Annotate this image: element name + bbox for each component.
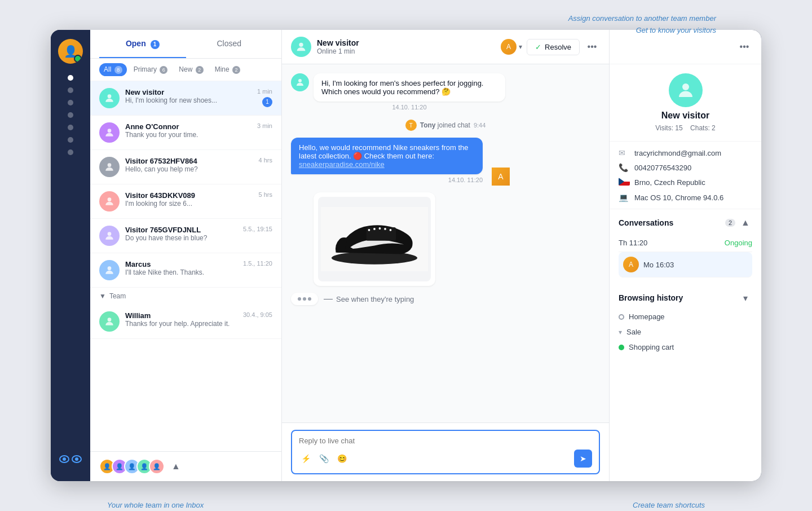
team-avatars: 👤 👤 👤 👤 👤	[99, 459, 165, 474]
visitor-avatar	[669, 73, 703, 107]
filter-new[interactable]: New 2	[174, 63, 208, 76]
check-icon: ✓	[535, 43, 541, 51]
conv-avatar	[99, 122, 120, 143]
agent-message-time: 14.10. 11:20	[291, 177, 483, 183]
filter-mine[interactable]: Mine 2	[210, 63, 245, 76]
message-time: 14.10. 11:20	[314, 104, 505, 111]
conv-info: William Thanks for your help. Appreciate…	[125, 311, 237, 328]
chevron-icon: ▾	[619, 328, 622, 336]
attachment-button[interactable]: 📎	[317, 452, 330, 465]
chevron-down-icon: ▾	[519, 43, 522, 51]
panel-tabs: Open 1 Closed	[90, 30, 281, 59]
svg-point-8	[298, 79, 302, 82]
chat-user-info: New visitor Online 1 min	[317, 38, 495, 55]
conv-item-visitor5[interactable]: Visitor 765GVFDJNLL Do you have these in…	[90, 219, 281, 253]
filter-primary[interactable]: Primary 6	[129, 63, 173, 76]
conversations-section-header: Conversations 2 ▲	[610, 209, 761, 234]
conversation-entry-1[interactable]: Th 11:20 Ongoing	[619, 234, 752, 252]
conv-entry-avatar: A	[623, 257, 639, 272]
conv-avatar	[99, 226, 120, 246]
annotation-top-right: Assign conversation to another team memb…	[568, 13, 716, 37]
conv-meta: 1 min 1	[257, 88, 272, 107]
chevron-down-icon: ▼	[99, 292, 106, 300]
typing-dots	[291, 293, 318, 305]
svg-point-6	[108, 318, 112, 321]
conversations-collapse-button[interactable]: ▲	[739, 216, 752, 230]
conv-avatar	[99, 260, 120, 280]
join-notification: T Tony joined chat 9:44	[291, 120, 600, 131]
unread-badge: 1	[262, 97, 272, 107]
conv-info: Visitor 643DKKV089 I'm looking for size …	[125, 191, 253, 208]
conv-info: Visitor 765GVFDJNLL Do you have these in…	[125, 226, 237, 242]
svg-rect-11	[367, 227, 396, 241]
product-image	[314, 192, 435, 286]
conv-item-marcus[interactable]: Marcus I'll take Nike then. Thanks. 1.5.…	[90, 253, 281, 288]
visitor-details: ✉ tracyrichmond@gmail.com 📞 004207765432…	[610, 142, 761, 209]
agent-bubble: Hello, we would recommend Nike sneakers …	[291, 138, 483, 174]
sidebar-dot-1[interactable]	[68, 75, 73, 81]
conv-info: New visitor Hi, I'm looking for new shoe…	[125, 88, 251, 104]
conversation-entry-2[interactable]: A Mo 16:03	[619, 252, 752, 277]
tab-closed[interactable]: Closed	[186, 30, 273, 58]
collapse-button[interactable]: ▲	[169, 460, 183, 473]
right-panel-more-button[interactable]: •••	[736, 39, 752, 55]
browsing-history: Homepage ▾ Sale Shopping cart	[610, 309, 761, 362]
conv-avatar	[99, 88, 120, 108]
conversations-count: 2	[725, 219, 735, 227]
svg-point-12	[368, 229, 370, 231]
app-logo	[59, 455, 82, 472]
svg-point-13	[373, 228, 376, 230]
sidebar-dot-6[interactable]	[68, 137, 73, 143]
sidebar-dot-5[interactable]	[68, 125, 73, 130]
chat-input[interactable]	[299, 437, 592, 445]
conv-item-new-visitor[interactable]: New visitor Hi, I'm looking for new shoe…	[90, 81, 281, 116]
more-options-button[interactable]: •••	[584, 39, 600, 55]
svg-point-1	[108, 129, 112, 133]
conversation-list: New visitor Hi, I'm looking for new shoe…	[90, 81, 281, 452]
team-avatar: 👤	[149, 459, 165, 474]
message-avatar	[291, 73, 309, 91]
conv-info: Visitor 67532HFV864 Hello, can you help …	[125, 157, 253, 173]
typing-indicator: See when they're typing	[291, 293, 600, 305]
browsing-section-header: Browsing history ▾	[610, 284, 761, 309]
visitor-stats: Visits: 15 Chats: 2	[655, 124, 716, 132]
conv-item-william[interactable]: William Thanks for your help. Appreciate…	[90, 305, 281, 339]
chat-input-box: ⚡ 📎 😊 ➤	[291, 430, 600, 474]
filter-all[interactable]: All 8	[99, 63, 127, 76]
visitor-profile: New visitor Visits: 15 Chats: 2	[610, 64, 761, 142]
sidebar-dot-3[interactable]	[68, 100, 73, 105]
svg-point-3	[108, 197, 112, 201]
svg-point-14	[379, 227, 381, 230]
sidebar-dot-7[interactable]	[68, 149, 73, 155]
agent-selector[interactable]: A ▾	[501, 39, 522, 55]
email-icon: ✉	[619, 148, 629, 157]
panel-footer: 👤 👤 👤 👤 👤 ▲	[90, 451, 281, 481]
conv-item-visitor4[interactable]: Visitor 643DKKV089 I'm looking for size …	[90, 184, 281, 219]
typing-dot	[298, 297, 301, 301]
sidebar-dot-2[interactable]	[68, 87, 73, 93]
open-badge: 1	[151, 40, 160, 49]
conv-meta: 4 hrs	[259, 157, 272, 164]
tab-open[interactable]: Open 1	[99, 30, 186, 58]
typing-dot	[303, 297, 306, 301]
browsing-dot-active	[619, 345, 624, 350]
emoji-button[interactable]: 😊	[335, 452, 348, 465]
browsing-item-homepage: Homepage	[619, 309, 752, 324]
lightning-button[interactable]: ⚡	[299, 452, 312, 465]
device-row: 💻 Mac OS 10, Chrome 94.0.6	[619, 193, 752, 202]
email-row: ✉ tracyrichmond@gmail.com	[619, 148, 752, 157]
product-link[interactable]: sneakerparadise.com/nike	[299, 160, 385, 169]
team-divider[interactable]: ▼ Team	[90, 288, 281, 305]
resolve-button[interactable]: ✓ Resolve	[527, 39, 580, 55]
sidebar-dot-4[interactable]	[68, 112, 73, 118]
browsing-collapse-button[interactable]: ▾	[739, 291, 752, 305]
filter-tabs: All 8 Primary 6 New 2 Mine 2	[90, 59, 281, 81]
phone-row: 📞 00420776543290	[619, 163, 752, 172]
right-panel: ••• New visitor Visits: 15 Chats: 2 ✉ tr…	[609, 30, 761, 481]
conv-item-anne[interactable]: Anne O'Connor Thank you for your time. 3…	[90, 116, 281, 150]
conv-item-visitor3[interactable]: Visitor 67532HFV864 Hello, can you help …	[90, 150, 281, 184]
browsing-dot	[619, 314, 624, 320]
conversations-panel: Open 1 Closed All 8 Primary 6 New 2 Mine…	[90, 30, 282, 481]
send-button[interactable]: ➤	[574, 450, 592, 468]
user-avatar[interactable]: 👤	[58, 39, 83, 64]
